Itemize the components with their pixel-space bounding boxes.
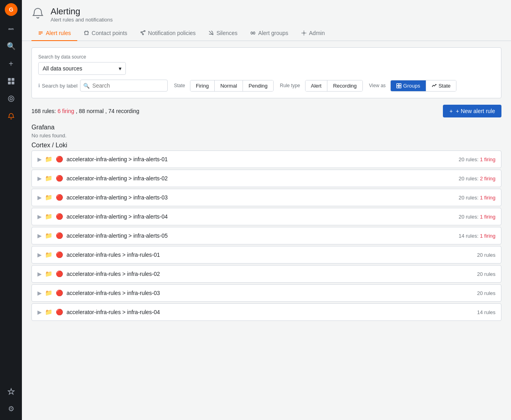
- chevron-icon[interactable]: ▶: [37, 194, 42, 201]
- search-input[interactable]: [80, 80, 168, 92]
- sidebar-starred[interactable]: [3, 383, 19, 399]
- app-logo[interactable]: G: [5, 3, 18, 16]
- svg-point-12: [142, 34, 143, 35]
- ruletype-buttons: Alert Recording: [305, 80, 363, 92]
- tab-alert-groups[interactable]: Alert groups: [244, 26, 294, 41]
- svg-line-14: [142, 31, 144, 32]
- rules-header: 168 rules: 6 firing , 88 normal , 74 rec…: [31, 105, 501, 117]
- sidebar-dashboards[interactable]: [3, 73, 19, 89]
- rule-row: ▶ 📁 🔴 accelerator-infra-alerting > infra…: [31, 150, 501, 168]
- ruletype-label: Rule type: [280, 83, 300, 88]
- viewas-buttons: Groups State: [390, 80, 456, 92]
- new-alert-rule-button[interactable]: + + New alert rule: [443, 105, 501, 117]
- rule-name: accelerator-infra-rules > infra-rules-01: [67, 252, 160, 258]
- viewas-btn-state[interactable]: State: [426, 80, 456, 91]
- rule-row: ▶ 📁 🔴 accelerator-infra-alerting > infra…: [31, 170, 501, 187]
- info-icon: ℹ: [38, 83, 40, 88]
- ruletype-btn-alert[interactable]: Alert: [305, 80, 328, 91]
- svg-point-18: [253, 32, 255, 34]
- state-buttons: Firing Normal Pending: [190, 80, 274, 92]
- svg-text:G: G: [9, 6, 13, 13]
- alert-fire-icon: 🔴: [56, 232, 63, 239]
- sidebar: G aws 🔍 + ⚙: [0, 0, 22, 420]
- state-btn-normal[interactable]: Normal: [215, 80, 243, 91]
- search-input-wrap: 🔍: [80, 80, 168, 92]
- alert-groups-icon: [250, 30, 256, 36]
- sidebar-explore[interactable]: [3, 91, 19, 107]
- rule-count: 20 rules: 1 firing: [458, 214, 495, 220]
- alert-fire-icon: 🔴: [56, 194, 63, 201]
- rule-name: accelerator-infra-alerting > infra-alert…: [67, 156, 168, 162]
- main-content: Alerting Alert rules and notifications A…: [22, 0, 511, 420]
- chevron-icon[interactable]: ▶: [37, 309, 42, 315]
- page-subtitle: Alert rules and notifications: [51, 17, 113, 23]
- alert-fire-icon: 🔴: [56, 175, 63, 182]
- rule-row: ▶ 📁 🔴 accelerator-infra-alerting > infra…: [31, 208, 501, 225]
- state-label: State: [174, 83, 185, 88]
- rule-name: accelerator-infra-alerting > infra-alert…: [67, 232, 168, 239]
- tab-notification-policies[interactable]: Notification policies: [134, 26, 202, 41]
- group-cortex-loki-title: Cortex / Loki: [31, 142, 501, 149]
- rule-count: 20 rules: 1 firing: [458, 156, 495, 162]
- viewas-filter-group: View as Groups State: [369, 80, 457, 92]
- sidebar-search[interactable]: 🔍: [3, 38, 19, 54]
- rule-row: ▶ 📁 🔴 accelerator-infra-rules > infra-ru…: [31, 284, 501, 302]
- folder-icon: 📁: [45, 251, 53, 258]
- chevron-icon[interactable]: ▶: [37, 213, 42, 220]
- state-icon: [432, 83, 437, 88]
- chevron-icon[interactable]: ▶: [37, 271, 42, 277]
- tab-admin[interactable]: Admin: [295, 26, 331, 41]
- sidebar-settings[interactable]: ⚙: [3, 401, 19, 417]
- rule-row: ▶ 📁 🔴 accelerator-infra-rules > infra-ru…: [31, 265, 501, 283]
- alert-fire-icon: 🔴: [56, 156, 63, 163]
- viewas-btn-groups[interactable]: Groups: [391, 80, 426, 91]
- chevron-icon[interactable]: ▶: [37, 156, 42, 162]
- chevron-icon[interactable]: ▶: [37, 175, 42, 182]
- rule-name: accelerator-infra-alerting > infra-alert…: [67, 175, 168, 182]
- rule-count: 20 rules: [477, 252, 495, 258]
- tabs-bar: Alert rules Contact points Notification …: [22, 26, 511, 41]
- tab-alert-rules[interactable]: Alert rules: [31, 26, 77, 41]
- folder-icon: 📁: [45, 213, 53, 220]
- sidebar-add[interactable]: +: [3, 56, 19, 72]
- sidebar-alerting[interactable]: [3, 108, 19, 124]
- state-btn-pending[interactable]: Pending: [243, 80, 273, 91]
- ruletype-btn-recording[interactable]: Recording: [327, 80, 362, 91]
- alert-fire-icon: 🔴: [56, 251, 63, 258]
- rule-name: accelerator-infra-rules > infra-rules-02: [67, 271, 160, 277]
- svg-point-6: [8, 96, 14, 102]
- alert-fire-icon: 🔴: [56, 270, 63, 277]
- datasource-select[interactable]: All data sources ▾: [38, 62, 126, 75]
- folder-icon: 📁: [45, 232, 53, 239]
- rule-name: accelerator-infra-alerting > infra-alert…: [67, 213, 168, 220]
- group-grafana: Grafana No rules found.: [31, 124, 501, 139]
- folder-icon: 📁: [45, 309, 53, 316]
- folder-icon: 📁: [45, 194, 53, 201]
- chevron-icon[interactable]: ▶: [37, 252, 42, 258]
- rule-row: ▶ 📁 🔴 accelerator-infra-rules > infra-ru…: [31, 246, 501, 264]
- search-label: ℹ Search by label: [38, 83, 78, 89]
- state-btn-firing[interactable]: Firing: [190, 80, 215, 91]
- ruletype-filter-group: Rule type Alert Recording: [280, 80, 363, 92]
- filter-row: ℹ Search by label 🔍 State Firing Normal …: [38, 80, 495, 92]
- sidebar-aws[interactable]: aws: [3, 21, 19, 37]
- contact-points-icon: [84, 30, 89, 36]
- rule-count: 20 rules: 2 firing: [458, 176, 495, 182]
- tab-silences[interactable]: Silences: [202, 26, 244, 41]
- svg-point-7: [10, 98, 12, 100]
- main-scroll-area[interactable]: Search by data source All data sources ▾…: [22, 41, 511, 420]
- rule-count: 20 rules: 1 firing: [458, 195, 495, 201]
- search-filter-group: ℹ Search by label 🔍: [38, 80, 168, 92]
- svg-point-17: [251, 32, 253, 34]
- tab-contact-points[interactable]: Contact points: [77, 26, 134, 41]
- state-filter-group: State Firing Normal Pending: [174, 80, 274, 92]
- svg-rect-21: [397, 84, 399, 86]
- svg-rect-22: [399, 84, 401, 86]
- datasource-filter-label: Search by data source: [38, 54, 495, 60]
- svg-rect-3: [12, 78, 14, 81]
- svg-rect-24: [399, 86, 401, 88]
- chevron-icon[interactable]: ▶: [37, 232, 42, 239]
- svg-point-13: [144, 31, 145, 32]
- alerting-header-icon: [31, 7, 44, 22]
- chevron-icon[interactable]: ▶: [37, 290, 42, 296]
